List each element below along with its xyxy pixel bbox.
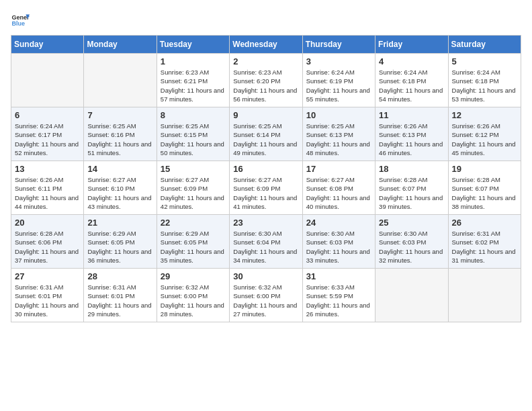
day-number: 28 — [87, 271, 152, 281]
day-number: 13 — [15, 164, 80, 174]
calendar-week-row: 6Sunrise: 6:24 AMSunset: 6:17 PMDaylight… — [11, 107, 521, 161]
day-info: Sunrise: 6:25 AMSunset: 6:14 PMDaylight:… — [233, 122, 298, 157]
day-number: 19 — [452, 164, 517, 174]
calendar-cell: 2Sunrise: 6:23 AMSunset: 6:20 PMDaylight… — [230, 54, 302, 107]
day-number: 4 — [379, 56, 444, 66]
day-number: 15 — [161, 164, 226, 174]
calendar-cell: 8Sunrise: 6:25 AMSunset: 6:15 PMDaylight… — [157, 107, 229, 161]
calendar-cell: 16Sunrise: 6:27 AMSunset: 6:09 PMDayligh… — [230, 161, 302, 215]
day-number: 22 — [161, 218, 226, 228]
day-info: Sunrise: 6:27 AMSunset: 6:09 PMDaylight:… — [161, 175, 226, 211]
calendar-cell: 12Sunrise: 6:26 AMSunset: 6:12 PMDayligh… — [448, 107, 521, 161]
day-info: Sunrise: 6:27 AMSunset: 6:08 PMDaylight:… — [306, 175, 371, 211]
day-info: Sunrise: 6:26 AMSunset: 6:13 PMDaylight:… — [379, 122, 444, 157]
day-number: 25 — [379, 218, 444, 228]
calendar-cell: 3Sunrise: 6:24 AMSunset: 6:19 PMDaylight… — [302, 54, 375, 107]
day-number: 5 — [452, 56, 517, 66]
day-info: Sunrise: 6:29 AMSunset: 6:05 PMDaylight:… — [161, 229, 226, 265]
day-number: 9 — [233, 110, 298, 120]
day-info: Sunrise: 6:25 AMSunset: 6:13 PMDaylight:… — [306, 122, 371, 157]
day-number: 20 — [15, 218, 80, 228]
day-info: Sunrise: 6:31 AMSunset: 6:01 PMDaylight:… — [87, 283, 152, 318]
day-info: Sunrise: 6:23 AMSunset: 6:20 PMDaylight:… — [233, 68, 298, 103]
day-info: Sunrise: 6:32 AMSunset: 6:00 PMDaylight:… — [161, 283, 226, 318]
day-of-week-header: Sunday — [11, 36, 84, 54]
calendar-cell: 30Sunrise: 6:32 AMSunset: 6:00 PMDayligh… — [230, 269, 302, 322]
day-info: Sunrise: 6:27 AMSunset: 6:10 PMDaylight:… — [87, 175, 152, 211]
day-of-week-header: Monday — [84, 36, 157, 54]
day-number: 3 — [306, 56, 371, 66]
calendar-cell: 24Sunrise: 6:30 AMSunset: 6:03 PMDayligh… — [302, 215, 375, 269]
calendar-cell: 18Sunrise: 6:28 AMSunset: 6:07 PMDayligh… — [375, 161, 448, 215]
day-number: 31 — [306, 271, 371, 281]
day-info: Sunrise: 6:30 AMSunset: 6:03 PMDaylight:… — [306, 229, 371, 265]
day-info: Sunrise: 6:30 AMSunset: 6:03 PMDaylight:… — [379, 229, 444, 265]
day-number: 16 — [233, 164, 298, 174]
calendar-cell: 17Sunrise: 6:27 AMSunset: 6:08 PMDayligh… — [302, 161, 375, 215]
day-info: Sunrise: 6:23 AMSunset: 6:21 PMDaylight:… — [161, 68, 226, 103]
day-number: 21 — [87, 218, 152, 228]
logo-icon: General Blue — [11, 11, 30, 30]
calendar-cell: 21Sunrise: 6:29 AMSunset: 6:05 PMDayligh… — [84, 215, 157, 269]
day-number: 10 — [306, 110, 371, 120]
day-info: Sunrise: 6:24 AMSunset: 6:17 PMDaylight:… — [15, 122, 80, 157]
calendar-cell — [11, 54, 84, 107]
page-header: General Blue — [11, 11, 521, 30]
calendar-cell — [375, 269, 448, 322]
calendar-cell: 4Sunrise: 6:24 AMSunset: 6:18 PMDaylight… — [375, 54, 448, 107]
day-number: 6 — [15, 110, 80, 120]
day-of-week-header: Thursday — [302, 36, 375, 54]
calendar-cell: 25Sunrise: 6:30 AMSunset: 6:03 PMDayligh… — [375, 215, 448, 269]
calendar-cell: 19Sunrise: 6:28 AMSunset: 6:07 PMDayligh… — [448, 161, 521, 215]
day-info: Sunrise: 6:25 AMSunset: 6:16 PMDaylight:… — [87, 122, 152, 157]
day-info: Sunrise: 6:26 AMSunset: 6:12 PMDaylight:… — [452, 122, 517, 157]
calendar-cell: 11Sunrise: 6:26 AMSunset: 6:13 PMDayligh… — [375, 107, 448, 161]
calendar-cell: 5Sunrise: 6:24 AMSunset: 6:18 PMDaylight… — [448, 54, 521, 107]
day-info: Sunrise: 6:24 AMSunset: 6:18 PMDaylight:… — [379, 68, 444, 103]
day-info: Sunrise: 6:25 AMSunset: 6:15 PMDaylight:… — [161, 122, 226, 157]
day-info: Sunrise: 6:28 AMSunset: 6:07 PMDaylight:… — [379, 175, 444, 211]
day-number: 7 — [87, 110, 152, 120]
day-of-week-header: Saturday — [448, 36, 521, 54]
calendar-week-row: 27Sunrise: 6:31 AMSunset: 6:01 PMDayligh… — [11, 269, 521, 322]
calendar-cell — [84, 54, 157, 107]
day-number: 14 — [87, 164, 152, 174]
calendar-cell: 1Sunrise: 6:23 AMSunset: 6:21 PMDaylight… — [157, 54, 229, 107]
day-number: 12 — [452, 110, 517, 120]
calendar-body: 1Sunrise: 6:23 AMSunset: 6:21 PMDaylight… — [11, 54, 521, 322]
calendar-cell: 22Sunrise: 6:29 AMSunset: 6:05 PMDayligh… — [157, 215, 229, 269]
day-number: 8 — [161, 110, 226, 120]
day-info: Sunrise: 6:28 AMSunset: 6:06 PMDaylight:… — [15, 229, 80, 265]
calendar-week-row: 20Sunrise: 6:28 AMSunset: 6:06 PMDayligh… — [11, 215, 521, 269]
day-number: 2 — [233, 56, 298, 66]
day-info: Sunrise: 6:24 AMSunset: 6:19 PMDaylight:… — [306, 68, 371, 103]
calendar-cell: 7Sunrise: 6:25 AMSunset: 6:16 PMDaylight… — [84, 107, 157, 161]
calendar-cell: 28Sunrise: 6:31 AMSunset: 6:01 PMDayligh… — [84, 269, 157, 322]
day-number: 18 — [379, 164, 444, 174]
day-number: 29 — [161, 271, 226, 281]
day-number: 1 — [161, 56, 226, 66]
calendar-cell: 13Sunrise: 6:26 AMSunset: 6:11 PMDayligh… — [11, 161, 84, 215]
calendar-cell: 9Sunrise: 6:25 AMSunset: 6:14 PMDaylight… — [230, 107, 302, 161]
calendar-week-row: 13Sunrise: 6:26 AMSunset: 6:11 PMDayligh… — [11, 161, 521, 215]
day-info: Sunrise: 6:32 AMSunset: 6:00 PMDaylight:… — [233, 283, 298, 318]
day-info: Sunrise: 6:33 AMSunset: 5:59 PMDaylight:… — [306, 283, 371, 318]
day-of-week-header: Tuesday — [157, 36, 229, 54]
day-info: Sunrise: 6:31 AMSunset: 6:01 PMDaylight:… — [15, 283, 80, 318]
day-info: Sunrise: 6:26 AMSunset: 6:11 PMDaylight:… — [15, 175, 80, 211]
day-number: 30 — [233, 271, 298, 281]
day-number: 27 — [15, 271, 80, 281]
day-number: 17 — [306, 164, 371, 174]
calendar-header-row: SundayMondayTuesdayWednesdayThursdayFrid… — [11, 36, 521, 54]
day-info: Sunrise: 6:28 AMSunset: 6:07 PMDaylight:… — [452, 175, 517, 211]
day-of-week-header: Friday — [375, 36, 448, 54]
calendar-cell: 15Sunrise: 6:27 AMSunset: 6:09 PMDayligh… — [157, 161, 229, 215]
calendar-cell: 10Sunrise: 6:25 AMSunset: 6:13 PMDayligh… — [302, 107, 375, 161]
day-info: Sunrise: 6:30 AMSunset: 6:04 PMDaylight:… — [233, 229, 298, 265]
calendar-cell: 14Sunrise: 6:27 AMSunset: 6:10 PMDayligh… — [84, 161, 157, 215]
calendar-cell: 26Sunrise: 6:31 AMSunset: 6:02 PMDayligh… — [448, 215, 521, 269]
svg-text:Blue: Blue — [11, 20, 25, 27]
calendar-cell: 27Sunrise: 6:31 AMSunset: 6:01 PMDayligh… — [11, 269, 84, 322]
calendar-cell: 6Sunrise: 6:24 AMSunset: 6:17 PMDaylight… — [11, 107, 84, 161]
calendar-cell — [448, 269, 521, 322]
